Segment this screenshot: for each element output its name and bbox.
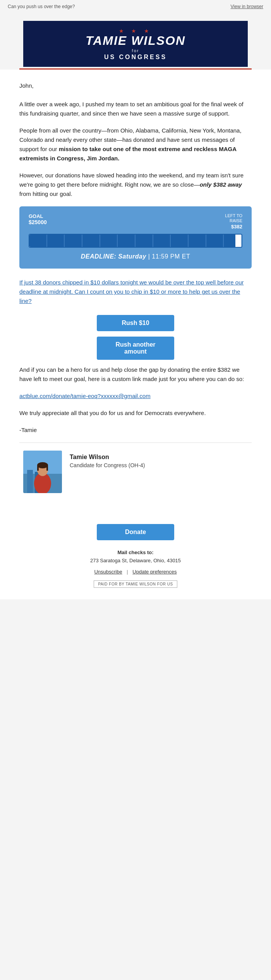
cta-link-text[interactable]: If just 38 donors chipped in $10 dollars… xyxy=(19,278,252,306)
mail-label: Mail checks to: xyxy=(117,550,153,555)
congress-label: US CONGRESS xyxy=(31,54,240,61)
mailing-address: 273 Saratoga St, Delaware, Ohio, 43015 xyxy=(19,558,252,563)
progress-labels: GOAL $25000 LEFT TORAISE $382 xyxy=(29,213,242,230)
signature: -Tamie xyxy=(19,425,252,435)
paid-for-disclaimer: PAID FOR BY TAMIE WILSON FOR US xyxy=(94,580,177,588)
update-preferences-link[interactable]: Update preferences xyxy=(132,569,177,575)
deadline-label: DEADLINE: xyxy=(81,253,117,260)
goal-amount: $25000 xyxy=(29,219,47,225)
donate-link-paragraph: actblue.com/donate/tamie-eoq?xxxxxx@gmai… xyxy=(19,391,252,401)
salutation: John, xyxy=(19,81,252,90)
top-bar: Can you push us over the edge? View in b… xyxy=(0,0,271,13)
mail-checks-label: Mail checks to: xyxy=(19,550,252,555)
paragraph-1: A little over a week ago, I pushed my te… xyxy=(19,100,252,118)
email-subject: Can you push us over the edge? xyxy=(8,4,75,9)
svg-point-6 xyxy=(37,462,48,468)
deadline-section: DEADLINE: Saturday | 11:59 PM ET xyxy=(29,253,242,260)
goal-section: GOAL $25000 xyxy=(29,213,47,230)
for-label: for xyxy=(31,48,240,53)
donate-button[interactable]: Donate xyxy=(97,524,174,540)
unsubscribe-link[interactable]: Unsubscribe xyxy=(94,569,122,575)
bio-section: Tamie Wilson Candidate for Congress (OH-… xyxy=(19,451,252,493)
email-body: John, A little over a week ago, I pushed… xyxy=(0,70,271,516)
paragraph-2: People from all over the country—from Oh… xyxy=(19,126,252,163)
candidate-photo xyxy=(23,451,62,493)
svg-rect-7 xyxy=(37,465,39,471)
goal-label: GOAL xyxy=(29,213,47,219)
progress-stripes xyxy=(29,235,242,247)
rush-10-button[interactable]: Rush $10 xyxy=(97,315,174,331)
paragraph-4: And if you can be a hero for us and help… xyxy=(19,365,252,384)
actblue-link[interactable]: actblue.com/donate/tamie-eoq?xxxxxx@gmai… xyxy=(19,393,151,399)
left-to-raise-section: LEFT TORAISE $382 xyxy=(225,213,242,230)
bio-title: Candidate for Congress (OH-4) xyxy=(70,462,145,468)
svg-rect-2 xyxy=(27,470,33,493)
bio-name: Tamie Wilson xyxy=(70,454,145,461)
stars-decoration: ★ ★ ★ xyxy=(31,28,240,34)
p3-emphasis: only $382 away xyxy=(200,181,242,188)
footer: Donate Mail checks to: 273 Saratoga St, … xyxy=(0,516,271,599)
progress-box: GOAL $25000 LEFT TORAISE $382 DEADLI xyxy=(19,206,252,269)
email-container: Can you push us over the edge? View in b… xyxy=(0,0,271,599)
candidate-name: TAMIE WILSON xyxy=(31,34,240,48)
svg-rect-8 xyxy=(46,465,48,471)
progress-bar-container xyxy=(29,234,242,248)
paragraph-3: However, our donations have slowed headi… xyxy=(19,171,252,199)
header-banner: ★ ★ ★ TAMIE WILSON for US CONGRESS xyxy=(23,21,248,67)
deadline-day: Saturday xyxy=(118,253,146,260)
deadline-pipe: | xyxy=(148,253,150,260)
left-to-raise-amount: $382 xyxy=(225,224,242,230)
p3-end: from hitting our goal. xyxy=(19,191,72,197)
candidate-photo-image xyxy=(23,451,62,493)
view-in-browser-link[interactable]: View in browser xyxy=(231,4,263,9)
left-to-raise-label: LEFT TORAISE xyxy=(225,213,242,223)
paragraph-5: We truly appreciate all that you do for … xyxy=(19,408,252,418)
bio-info: Tamie Wilson Candidate for Congress (OH-… xyxy=(70,451,145,468)
deadline-time: 11:59 PM ET xyxy=(152,253,190,260)
link-separator: | xyxy=(127,569,128,575)
rush-amount-button[interactable]: Rush another amount xyxy=(97,337,174,360)
footer-links: Unsubscribe | Update preferences xyxy=(19,569,252,575)
